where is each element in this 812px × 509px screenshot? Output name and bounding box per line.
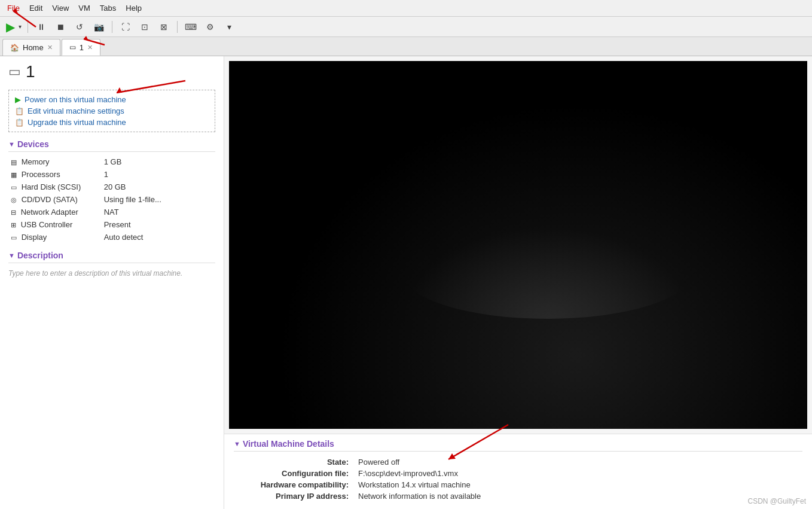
actions-box: ▶ Power on this virtual machine 📋 Edit v… — [8, 90, 215, 132]
menu-view[interactable]: View — [47, 2, 74, 14]
details-label: Hardware compatibility: — [234, 479, 353, 490]
main-layout: ▭ 1 ▶ Power on this virtual machine 📋 Ed… — [0, 56, 812, 509]
vm-title-row: ▭ 1 — [8, 62, 215, 81]
device-icon: ⊟ — [11, 209, 16, 217]
menu-vm[interactable]: VM — [74, 2, 95, 14]
separator-2 — [112, 21, 112, 33]
toolbar-restart-btn[interactable]: ↺ — [71, 19, 88, 35]
tab-home-label: Home — [23, 43, 44, 52]
details-row: Hardware compatibility: Workstation 14.x… — [234, 479, 802, 490]
device-icon: ◎ — [11, 196, 17, 204]
details-label: Primary IP address: — [234, 490, 353, 502]
device-name: Processors — [22, 170, 60, 179]
details-header: ▼ Virtual Machine Details — [234, 439, 802, 452]
device-name: USB Controller — [21, 220, 73, 229]
device-name: Hard Disk (SCSI) — [22, 182, 81, 191]
tab-vm1-label: 1 — [80, 43, 84, 52]
device-icon: ⊞ — [11, 221, 16, 229]
toolbar-snapshot-btn[interactable]: 📷 — [90, 19, 107, 35]
devices-section-header[interactable]: ▼ Devices — [8, 139, 215, 152]
home-icon: 🏠 — [10, 44, 19, 52]
separator-3 — [177, 21, 178, 33]
description-section-title: Description — [17, 251, 63, 260]
device-row[interactable]: ⊞ USB Controller Present — [8, 218, 215, 231]
toolbar-unity-btn[interactable]: ⊡ — [136, 19, 153, 35]
toolbar-fullscreen-btn[interactable]: ⛶ — [117, 19, 134, 35]
details-table: State: Powered off Configuration file: F… — [234, 456, 802, 502]
details-label: Configuration file: — [234, 468, 353, 479]
tab-home-close[interactable]: ✕ — [47, 44, 53, 51]
device-name: Memory — [22, 157, 50, 166]
toolbar-stretch-btn[interactable]: ⊠ — [155, 19, 172, 35]
device-value: NAT — [102, 206, 215, 218]
menubar: File Edit View VM Tabs Help — [0, 0, 812, 17]
details-value: Powered off — [353, 456, 802, 468]
menu-help[interactable]: Help — [121, 2, 146, 14]
menu-file[interactable]: File — [2, 2, 25, 14]
vm-title-icon: ▭ — [8, 64, 21, 80]
details-row: Primary IP address: Network information … — [234, 490, 802, 502]
menu-tabs[interactable]: Tabs — [95, 2, 121, 14]
description-chevron-icon: ▼ — [8, 252, 15, 259]
description-placeholder[interactable]: Type here to enter a description of this… — [8, 267, 215, 280]
device-row[interactable]: ▦ Processors 1 — [8, 168, 215, 181]
device-value: Using file 1-file... — [102, 193, 215, 206]
devices-section-title: Devices — [17, 139, 49, 149]
device-row[interactable]: ◎ CD/DVD (SATA) Using file 1-file... — [8, 193, 215, 206]
power-on-label: Power on this virtual machine — [25, 95, 126, 104]
device-row[interactable]: ▭ Display Auto detect — [8, 231, 215, 243]
device-icon: ▦ — [11, 171, 17, 179]
details-value: Network information is not available — [353, 490, 802, 502]
device-icon: ▭ — [11, 184, 17, 191]
device-name: Display — [22, 233, 47, 242]
device-icon: ▭ — [11, 234, 17, 242]
edit-settings-label: Edit virtual machine settings — [28, 106, 124, 115]
watermark: CSDN @GuiltyFet — [747, 497, 806, 505]
action-power-on[interactable]: ▶ Power on this virtual machine — [15, 94, 209, 105]
play-group[interactable]: ▶ ▾ — [4, 19, 23, 35]
toolbar-suspend-btn[interactable]: ⏸ — [33, 19, 50, 35]
details-value: Workstation 14.x virtual machine — [353, 479, 802, 490]
device-table: ▤ Memory 1 GB ▦ Processors 1 ▭ Hard Disk… — [8, 156, 215, 243]
device-icon: ▤ — [11, 159, 17, 166]
device-value: Auto detect — [102, 231, 215, 243]
details-row: State: Powered off — [234, 456, 802, 468]
tab-vm1[interactable]: ▭ 1 ✕ — [62, 39, 100, 56]
action-edit-settings[interactable]: 📋 Edit virtual machine settings — [15, 105, 209, 117]
toolbar: ▶ ▾ ⏸ ⏹ ↺ 📷 ⛶ ⊡ ⊠ ⌨ ⚙ ▾ — [0, 17, 812, 37]
power-on-icon: ▶ — [15, 95, 21, 104]
upgrade-label: Upgrade this virtual machine — [28, 118, 126, 127]
description-section-header[interactable]: ▼ Description — [8, 251, 215, 263]
left-panel: ▭ 1 ▶ Power on this virtual machine 📋 Ed… — [0, 56, 224, 509]
device-row[interactable]: ▭ Hard Disk (SCSI) 20 GB — [8, 181, 215, 193]
details-label: State: — [234, 456, 353, 468]
device-value: 1 GB — [102, 156, 215, 168]
devices-chevron-icon: ▼ — [8, 141, 15, 148]
device-value: 20 GB — [102, 181, 215, 193]
play-dropdown-button[interactable]: ▾ — [17, 22, 23, 31]
device-name: CD/DVD (SATA) — [22, 195, 78, 204]
toolbar-stop-btn[interactable]: ⏹ — [52, 19, 69, 35]
menu-edit[interactable]: Edit — [25, 2, 47, 14]
vm-icon: ▭ — [69, 43, 76, 51]
vm-title: 1 — [26, 62, 35, 81]
details-chevron-icon: ▼ — [234, 440, 240, 447]
device-row[interactable]: ⊟ Network Adapter NAT — [8, 206, 215, 218]
details-row: Configuration file: F:\oscp\devt-improve… — [234, 468, 802, 479]
toolbar-more-btn[interactable]: ▾ — [221, 19, 237, 35]
edit-settings-icon: 📋 — [15, 107, 24, 115]
separator-1 — [28, 21, 28, 33]
device-row[interactable]: ▤ Memory 1 GB — [8, 156, 215, 168]
device-value: 1 — [102, 168, 215, 181]
toolbar-settings-btn[interactable]: ⚙ — [202, 19, 218, 35]
tab-vm1-close[interactable]: ✕ — [87, 44, 93, 51]
vm-display[interactable] — [229, 61, 807, 429]
action-upgrade[interactable]: 📋 Upgrade this virtual machine — [15, 117, 209, 128]
device-value: Present — [102, 218, 215, 231]
tab-home[interactable]: 🏠 Home ✕ — [2, 39, 60, 56]
toolbar-input-btn[interactable]: ⌨ — [182, 19, 199, 35]
details-section: ▼ Virtual Machine Details State: Powered… — [224, 434, 812, 509]
upgrade-icon: 📋 — [15, 118, 24, 127]
play-button[interactable]: ▶ — [4, 19, 17, 35]
details-title: Virtual Machine Details — [243, 439, 334, 449]
